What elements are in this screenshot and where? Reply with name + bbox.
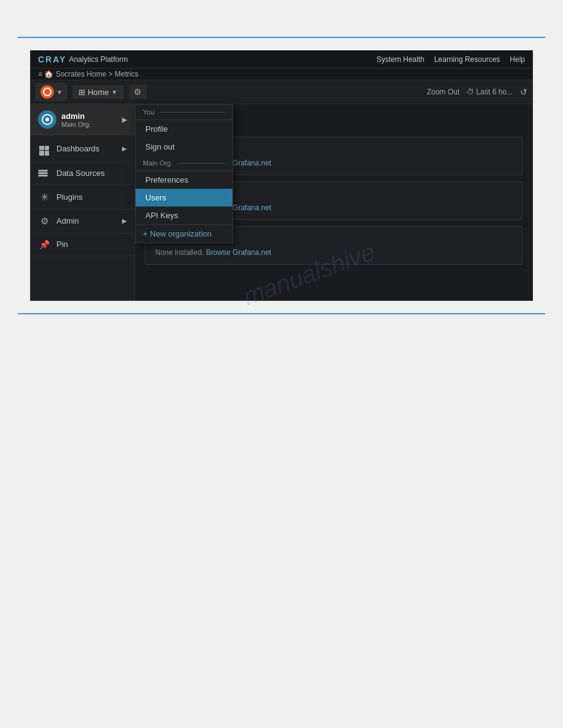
pin-icon: 📌: [38, 240, 50, 249]
new-org-label: New organization: [150, 229, 212, 238]
api-keys-label: API Keys: [145, 211, 178, 220]
sidebar-item-admin[interactable]: ⚙ Admin ▶: [31, 210, 134, 233]
home-chevron-icon: ▼: [112, 89, 118, 96]
users-label: Users: [145, 193, 166, 202]
sidebar: admin Main Org. ▶ Das: [31, 104, 135, 300]
learning-resources-link[interactable]: Learning Resources: [434, 55, 500, 64]
sidebar-user-item[interactable]: admin Main Org. ▶: [31, 104, 134, 135]
page-wrapper: CRAY Analytics Platform System Health Le…: [0, 0, 563, 728]
top-border: [18, 37, 545, 38]
settings-button[interactable]: ⚙: [129, 85, 147, 99]
dropdown-sign-out[interactable]: Sign out: [136, 138, 232, 156]
bottom-border: [18, 313, 545, 314]
dropdown-profile[interactable]: Profile: [136, 120, 232, 138]
org-dropdown-chevron: ▼: [56, 89, 63, 96]
plugins-icon: ✳: [38, 191, 50, 203]
sign-out-label: Sign out: [145, 142, 175, 151]
new-org-plus-icon: +: [143, 229, 148, 238]
sidebar-item-pin[interactable]: 📌 Pin: [31, 233, 134, 256]
breadcrumb: ≡ 🏠 Socrates Home > Metrics: [38, 70, 139, 78]
org-selector[interactable]: ▼: [36, 83, 67, 101]
sidebar-item-label-dashboards: Dashboards: [56, 144, 99, 153]
user-dropdown-menu: You Profile Sign out Main Org. Preferenc…: [135, 104, 233, 243]
dropdown-api-keys[interactable]: API Keys: [136, 207, 232, 224]
sidebar-item-data-sources[interactable]: Data Sources: [31, 162, 134, 185]
system-health-link[interactable]: System Health: [377, 55, 424, 64]
gear-icon: ⚙: [134, 87, 142, 97]
data-sources-icon: [38, 169, 50, 178]
org-icon: [40, 85, 54, 99]
dropdown-preferences[interactable]: Preferences: [136, 171, 232, 189]
installed-datasources-text: None installed.: [155, 248, 204, 257]
help-link[interactable]: Help: [510, 55, 525, 64]
user-menu-chevron-icon: ▶: [122, 116, 127, 124]
user-name: admin: [61, 112, 122, 121]
main-area: admin Main Org. ▶ Das: [31, 104, 532, 300]
sidebar-item-dashboards[interactable]: Dashboards ▶: [31, 135, 134, 162]
dropdown-section-main-org: Main Org.: [136, 156, 232, 171]
preferences-label: Preferences: [145, 175, 188, 184]
sidebar-item-label-admin: Admin: [56, 216, 79, 226]
breadcrumb-bar: ≡ 🏠 Socrates Home > Metrics: [31, 69, 532, 80]
org-icon-inner: [43, 88, 52, 96]
installed-datasources-content: None installed. Browse Grafana.net: [155, 248, 512, 257]
top-bar-right: System Health Learning Resources Help: [377, 55, 525, 64]
top-bar: CRAY Analytics Platform System Health Le…: [31, 51, 532, 69]
grid-icon: ⊞: [79, 88, 85, 97]
app-container: CRAY Analytics Platform System Health Le…: [30, 50, 533, 301]
dropdown-section-you: You: [136, 105, 232, 120]
admin-icon: ⚙: [38, 216, 50, 227]
sidebar-item-plugins[interactable]: ✳ Plugins: [31, 185, 134, 210]
dropdown-users[interactable]: Users: [136, 189, 232, 207]
refresh-button[interactable]: ↺: [520, 87, 527, 97]
dashboards-chevron-icon: ▶: [122, 145, 127, 152]
toolbar-right: Zoom Out ⏱ Last 6 ho... ↺: [427, 87, 527, 97]
user-org: Main Org.: [61, 121, 122, 128]
user-info: admin Main Org.: [61, 112, 122, 128]
sidebar-item-label-pin: Pin: [56, 240, 68, 249]
cray-logo: CRAY Analytics Platform: [38, 55, 128, 64]
dashboards-icon: [38, 142, 50, 156]
toolbar: ▼ ⊞ Home ▼ ⚙ Zoom Out ⏱ Last 6 ho... ↺: [31, 80, 532, 104]
home-button[interactable]: ⊞ Home ▼: [72, 85, 124, 99]
installed-datasources-link[interactable]: Browse Grafana.net: [206, 248, 272, 257]
svg-point-1: [45, 118, 49, 121]
cray-logo-text: CRAY: [38, 55, 66, 64]
sidebar-item-label-data-sources: Data Sources: [56, 169, 105, 178]
analytics-platform-text: Analytics Platform: [69, 55, 128, 64]
time-range-button[interactable]: ⏱ Last 6 ho...: [467, 88, 513, 96]
home-label: Home: [88, 88, 109, 97]
user-avatar: [38, 110, 56, 129]
sidebar-item-label-plugins: Plugins: [56, 192, 83, 202]
new-organization-button[interactable]: + New organization: [136, 224, 232, 243]
admin-chevron-icon: ▶: [122, 218, 127, 224]
profile-label: Profile: [145, 124, 168, 134]
top-bar-left: CRAY Analytics Platform: [38, 55, 128, 64]
zoom-out-button[interactable]: Zoom Out: [427, 88, 459, 96]
